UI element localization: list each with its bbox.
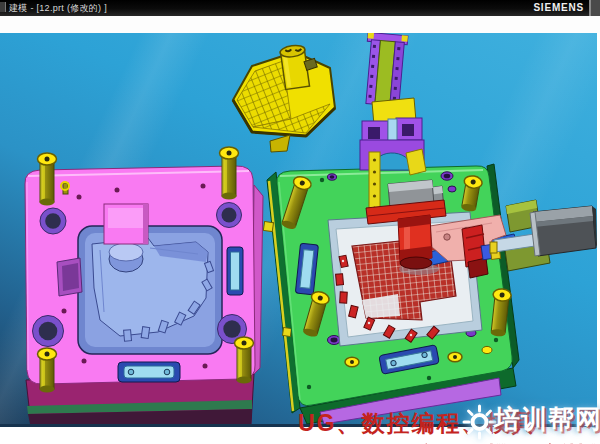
titlebar[interactable]: 建模 - [12.prt (修改的) ] SIEMENS (0, 0, 600, 16)
left-mold-slot-bottom (118, 362, 180, 382)
left-mold-slot-right (227, 247, 243, 295)
window-margin-top (0, 16, 600, 33)
app-window: 建模 - [12.prt (修改的) ] SIEMENS (0, 0, 600, 444)
watermark-site-name: 培训帮网 (494, 402, 600, 437)
floating-part-assembly[interactable] (233, 44, 335, 152)
graphics-viewport[interactable] (0, 33, 597, 427)
siemens-logo: SIEMENS (533, 2, 584, 13)
mold-left-assembly[interactable] (25, 147, 263, 424)
sun-icon (461, 403, 498, 440)
window-title: 建模 - [12.prt (修改的) ] (9, 2, 107, 15)
titlebar-right-edge (589, 0, 600, 16)
scene-3d (0, 33, 597, 424)
clipped-title-fragment (0, 2, 6, 12)
side-pocket-violet (57, 258, 82, 296)
core-tab-pink (104, 204, 148, 244)
caption-text-clipped: UG、数控编程、模具培训帮网 (298, 440, 600, 444)
